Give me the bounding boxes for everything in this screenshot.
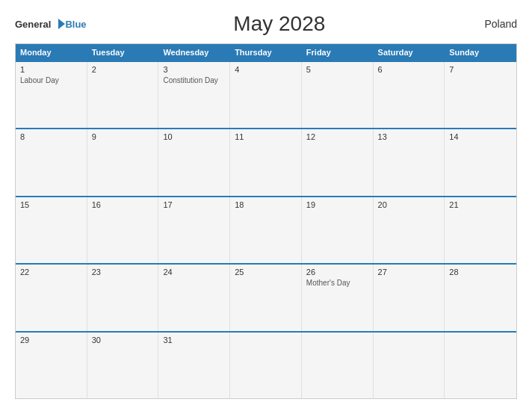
day-number: 26 [306,268,368,276]
calendar: Monday Tuesday Wednesday Thursday Friday… [15,43,517,399]
day-event: Labour Day [20,75,82,85]
day-number: 29 [20,336,82,344]
day-number: 24 [163,268,225,276]
day-number: 19 [306,200,368,209]
day-number: 9 [92,132,154,141]
col-friday: Friday [302,44,374,61]
calendar-row-1: 1Labour Day23Constitution Day4567 [16,61,516,128]
calendar-body: 1Labour Day23Constitution Day45678910111… [16,61,516,398]
day-number: 7 [449,65,512,74]
day-number: 15 [20,200,82,209]
day-number: 17 [163,200,225,209]
calendar-cell-r1-c7: 7 [445,62,516,128]
calendar-cell-r5-c5 [302,333,374,398]
calendar-row-3: 15161718192021 [16,196,516,263]
day-number: 28 [449,268,512,276]
calendar-header: Monday Tuesday Wednesday Thursday Friday… [16,44,516,61]
calendar-cell-r4-c4: 25 [230,265,302,330]
calendar-cell-r4-c1: 22 [16,265,87,330]
calendar-title: May 2028 [87,12,472,36]
col-monday: Monday [16,44,87,61]
col-saturday: Saturday [374,44,445,61]
calendar-cell-r1-c2: 2 [87,62,159,128]
calendar-cell-r3-c5: 19 [302,197,374,263]
day-number: 5 [306,65,368,74]
day-number: 11 [235,132,297,141]
day-number: 20 [378,200,440,209]
day-number: 14 [449,132,512,141]
calendar-cell-r2-c6: 13 [374,129,445,195]
calendar-cell-r2-c1: 8 [16,129,87,195]
calendar-cell-r5-c1: 29 [16,333,87,398]
calendar-cell-r3-c1: 15 [16,197,87,263]
calendar-cell-r4-c5: 26Mother's Day [302,265,374,330]
calendar-cell-r4-c7: 28 [445,265,516,330]
calendar-cell-r3-c2: 16 [87,197,159,263]
calendar-cell-r1-c6: 6 [374,62,445,128]
calendar-cell-r1-c5: 5 [302,62,374,128]
calendar-cell-r3-c6: 20 [374,197,445,263]
calendar-cell-r1-c4: 4 [230,62,302,128]
logo-blue-text: Blue [65,19,86,30]
day-number: 3 [163,65,225,74]
col-tuesday: Tuesday [87,44,159,61]
logo-flag-icon [52,17,65,31]
calendar-cell-r3-c7: 21 [445,197,516,263]
page: General Blue May 2028 Poland Monday Tues… [0,0,532,411]
day-number: 12 [306,132,368,141]
col-sunday: Sunday [445,44,516,61]
calendar-cell-r2-c4: 11 [230,129,302,195]
calendar-cell-r5-c3: 31 [158,333,230,398]
day-number: 30 [92,336,154,344]
calendar-cell-r2-c3: 10 [158,129,230,195]
day-number: 2 [92,65,154,74]
day-number: 1 [20,65,82,74]
day-number: 23 [92,268,154,276]
calendar-cell-r5-c4 [230,333,302,398]
day-number: 13 [378,132,440,141]
svg-marker-0 [58,19,65,29]
calendar-cell-r4-c3: 24 [158,265,230,330]
calendar-cell-r5-c2: 30 [87,333,159,398]
calendar-cell-r4-c2: 23 [87,265,159,330]
day-number: 18 [235,200,297,209]
calendar-cell-r3-c4: 18 [230,197,302,263]
calendar-cell-r2-c2: 9 [87,129,159,195]
logo-general-text: General [15,19,51,30]
day-number: 21 [449,200,512,209]
day-number: 6 [378,65,440,74]
country-label: Poland [472,18,517,30]
calendar-cell-r2-c5: 12 [302,129,374,195]
col-wednesday: Wednesday [158,44,230,61]
calendar-cell-r5-c7 [445,333,516,398]
calendar-cell-r4-c6: 27 [374,265,445,330]
day-number: 27 [378,268,440,276]
col-thursday: Thursday [230,44,302,61]
day-number: 4 [235,65,297,74]
logo: General Blue [15,17,87,31]
calendar-cell-r1-c1: 1Labour Day [16,62,87,128]
calendar-cell-r3-c3: 17 [158,197,230,263]
calendar-cell-r2-c7: 14 [445,129,516,195]
day-number: 31 [163,336,225,344]
day-number: 16 [92,200,154,209]
calendar-row-2: 891011121314 [16,128,516,195]
header: General Blue May 2028 Poland [15,12,517,36]
day-event: Mother's Day [306,278,368,288]
calendar-row-5: 293031 [16,331,516,398]
day-number: 25 [235,268,297,276]
calendar-row-4: 2223242526Mother's Day2728 [16,263,516,330]
day-event: Constitution Day [163,75,225,85]
day-number: 10 [163,132,225,141]
day-number: 22 [20,268,82,276]
day-number: 8 [20,132,82,141]
calendar-cell-r5-c6 [374,333,445,398]
calendar-cell-r1-c3: 3Constitution Day [158,62,230,128]
